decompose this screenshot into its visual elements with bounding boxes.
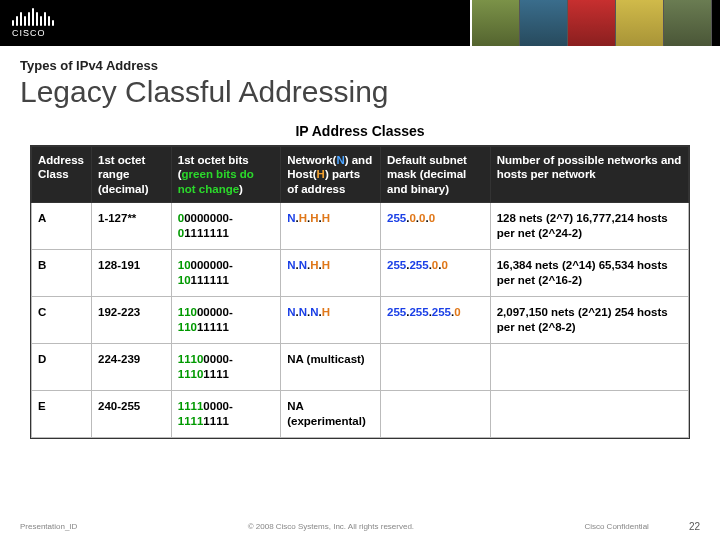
cisco-logo: CISCO [12,8,54,38]
cell-range: 192-223 [91,296,171,343]
cell-count: 2,097,150 nets (2^21) 254 hosts per net … [490,296,688,343]
cell-pattern: N.N.H.H [281,250,381,297]
ip-classes-table: Address Class 1st octet range (decimal) … [30,145,690,439]
cell-bits: 10000000-10111111 [171,250,280,297]
cell-count [490,343,688,390]
cell-range: 224-239 [91,343,171,390]
cell-mask [381,343,491,390]
cell-class: E [32,390,92,437]
cisco-bridge-icon [12,8,54,26]
table-row: B128-19110000000-10111111N.N.H.H255.255.… [32,250,689,297]
th-octet-range: 1st octet range (decimal) [91,147,171,203]
cell-pattern: N.H.H.H [281,203,381,250]
th-network-host: Network(N) and Host(H) parts of address [281,147,381,203]
slide-kicker: Types of IPv4 Address [20,58,700,73]
cell-count: 16,384 nets (2^14) 65,534 hosts per net … [490,250,688,297]
table-caption: IP Address Classes [20,123,700,139]
cell-count: 128 nets (2^7) 16,777,214 hosts per net … [490,203,688,250]
slide-content: Types of IPv4 Address Legacy Classful Ad… [0,46,720,439]
table-row: E240-25511110000-11111111NA (experimenta… [32,390,689,437]
cell-bits: 11110000-11111111 [171,390,280,437]
cell-class: D [32,343,92,390]
cell-bits: 11100000-11101111 [171,343,280,390]
header-bar: CISCO [0,0,720,46]
cell-pattern: NA (multicast) [281,343,381,390]
th-octet-bits: 1st octet bits (green bits do not change… [171,147,280,203]
slide-number: 22 [689,521,700,532]
th-counts: Number of possible networks and hosts pe… [490,147,688,203]
cell-mask: 255.0.0.0 [381,203,491,250]
cell-class: B [32,250,92,297]
cell-class: C [32,296,92,343]
cisco-wordmark: CISCO [12,28,54,38]
table-row: C192-22311000000-11011111N.N.N.H255.255.… [32,296,689,343]
th-subnet-mask: Default subnet mask (decimal and binary) [381,147,491,203]
cell-range: 240-255 [91,390,171,437]
cell-range: 1-127** [91,203,171,250]
cell-bits: 11000000-11011111 [171,296,280,343]
cell-bits: 00000000-01111111 [171,203,280,250]
table-header-row: Address Class 1st octet range (decimal) … [32,147,689,203]
footer-left: Presentation_ID [20,522,77,531]
slide-title: Legacy Classful Addressing [20,75,700,109]
cell-pattern: N.N.N.H [281,296,381,343]
table-row: D224-23911100000-11101111NA (multicast) [32,343,689,390]
cell-mask: 255.255.0.0 [381,250,491,297]
cell-range: 128-191 [91,250,171,297]
table-row: A1-127**00000000-01111111N.H.H.H255.0.0.… [32,203,689,250]
footer-confidential: Cisco Confidential [584,522,648,531]
th-address-class: Address Class [32,147,92,203]
people-thumbnails [470,0,712,46]
footer-copyright: © 2008 Cisco Systems, Inc. All rights re… [77,522,584,531]
cell-count [490,390,688,437]
cell-mask [381,390,491,437]
slide-footer: Presentation_ID © 2008 Cisco Systems, In… [0,521,720,532]
cell-pattern: NA (experimental) [281,390,381,437]
cell-mask: 255.255.255.0 [381,296,491,343]
cell-class: A [32,203,92,250]
